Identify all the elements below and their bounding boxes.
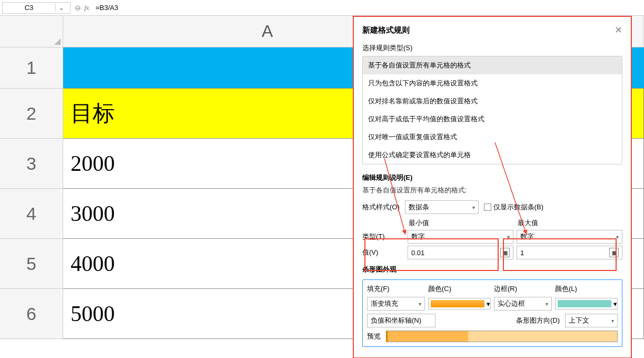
bar-appearance-panel: 填充(F) 颜色(C) 边框(R) 颜色(L) 渐变填充▾ ▾ 实心边框▾ ▾ … bbox=[362, 279, 622, 347]
rule-type-item[interactable]: 仅对高于或低于平均值的数值设置格式 bbox=[363, 110, 622, 128]
format-style-label: 格式样式(O) bbox=[362, 202, 400, 212]
negative-axis-button[interactable]: 负值和坐标轴(N) bbox=[367, 314, 435, 327]
format-style-select[interactable]: 数据条▾ bbox=[405, 200, 479, 214]
row-header-1[interactable]: 1 bbox=[0, 47, 63, 89]
rule-type-list: 基于各自值设置所有单元格的格式 只为包含以下内容的单元格设置格式 仅对排名靠前或… bbox=[362, 56, 622, 165]
min-type-select[interactable]: 数字▾ bbox=[408, 230, 513, 244]
rule-type-item[interactable]: 只为包含以下内容的单元格设置格式 bbox=[363, 74, 622, 92]
chevron-down-icon: ▾ bbox=[611, 318, 614, 324]
border-color-select[interactable]: ▾ bbox=[555, 298, 618, 309]
type-label: 类型(T) bbox=[362, 232, 404, 241]
max-type-select[interactable]: 数字▾ bbox=[517, 230, 622, 244]
chevron-down-icon: ▾ bbox=[546, 301, 548, 307]
border-label: 边框(R) bbox=[494, 284, 552, 294]
border-type-select[interactable]: 实心边框▾ bbox=[494, 297, 552, 311]
row-header-2[interactable]: 2 bbox=[0, 89, 63, 139]
formula-bar-icons: ⊖ fx bbox=[75, 4, 89, 12]
color-label: 颜色(C) bbox=[428, 284, 491, 294]
rule-type-item[interactable]: 仅对唯一值或重复值设置格式 bbox=[363, 128, 622, 146]
max-value-input[interactable]: 1▦ bbox=[517, 246, 622, 259]
chevron-down-icon: ▾ bbox=[507, 234, 510, 240]
rule-type-item[interactable]: 仅对排名靠前或靠后的数值设置格式 bbox=[363, 92, 622, 110]
min-value-input[interactable]: 0.01▦ bbox=[408, 246, 513, 259]
cancel-icon[interactable]: ⊖ bbox=[75, 4, 81, 12]
new-format-rule-dialog: 新建格式规则 ✕ 选择规则类型(S) 基于各自值设置所有单元格的格式 只为包含以… bbox=[353, 16, 632, 358]
min-max-grid: 最小值 最大值 类型(T) 数字▾ 数字▾ 值(V) 0.01▦ 1▦ bbox=[362, 218, 622, 259]
fill-color-select[interactable]: ▾ bbox=[428, 298, 491, 309]
checkbox-icon bbox=[484, 204, 491, 211]
row-header-5[interactable]: 5 bbox=[0, 239, 63, 289]
dialog-title: 新建格式规则 bbox=[362, 25, 410, 35]
formula-bar: ⌄ ⊖ fx bbox=[0, 0, 644, 16]
range-select-icon[interactable]: ▦ bbox=[609, 248, 619, 257]
chevron-down-icon: ▾ bbox=[616, 234, 619, 240]
name-box-wrap: ⌄ bbox=[2, 2, 71, 14]
value-label: 值(V) bbox=[362, 248, 404, 257]
bar-appearance-label: 条形图外观 bbox=[362, 265, 622, 274]
name-box-dropdown[interactable]: ⌄ bbox=[55, 4, 67, 12]
row-header-4[interactable]: 4 bbox=[0, 189, 63, 239]
show-bar-only-checkbox[interactable]: 仅显示数据条(B) bbox=[484, 202, 543, 212]
dialog-title-bar: 新建格式规则 ✕ bbox=[362, 24, 622, 36]
rule-desc-text: 基于各自值设置所有单元格的格式: bbox=[362, 186, 622, 195]
bar-direction-label: 条形图方向(D) bbox=[516, 316, 560, 325]
chevron-down-icon: ▾ bbox=[419, 301, 421, 307]
fill-label: 填充(F) bbox=[367, 284, 425, 294]
max-header: 最大值 bbox=[517, 218, 622, 228]
color2-label: 颜色(L) bbox=[555, 284, 618, 294]
bar-direction-select[interactable]: 上下文▾ bbox=[565, 314, 618, 327]
formula-input[interactable] bbox=[93, 4, 642, 12]
bar-preview bbox=[386, 331, 618, 342]
chevron-down-icon: ▾ bbox=[472, 205, 475, 210]
row-header-3[interactable]: 3 bbox=[0, 139, 63, 189]
row-header-6[interactable]: 6 bbox=[0, 289, 63, 339]
select-all-corner[interactable] bbox=[0, 16, 63, 47]
edit-rule-desc-label: 编辑规则说明(E) bbox=[362, 173, 622, 182]
edit-rule-desc-section: 编辑规则说明(E) 基于各自值设置所有单元格的格式: 格式样式(O) 数据条▾ … bbox=[362, 173, 622, 347]
preview-label: 预览 bbox=[367, 332, 381, 341]
fill-type-select[interactable]: 渐变填充▾ bbox=[367, 297, 425, 311]
chevron-down-icon: ▾ bbox=[487, 300, 490, 308]
fx-icon[interactable]: fx bbox=[84, 4, 89, 12]
close-icon[interactable]: ✕ bbox=[615, 24, 622, 36]
rule-type-item[interactable]: 使用公式确定要设置格式的单元格 bbox=[363, 146, 622, 164]
name-box[interactable] bbox=[3, 4, 55, 12]
range-select-icon[interactable]: ▦ bbox=[500, 248, 510, 257]
chevron-down-icon: ▾ bbox=[613, 300, 617, 308]
rule-type-item[interactable]: 基于各自值设置所有单元格的格式 bbox=[363, 56, 622, 74]
min-header: 最小值 bbox=[408, 218, 513, 228]
select-rule-type-label: 选择规则类型(S) bbox=[362, 43, 622, 53]
